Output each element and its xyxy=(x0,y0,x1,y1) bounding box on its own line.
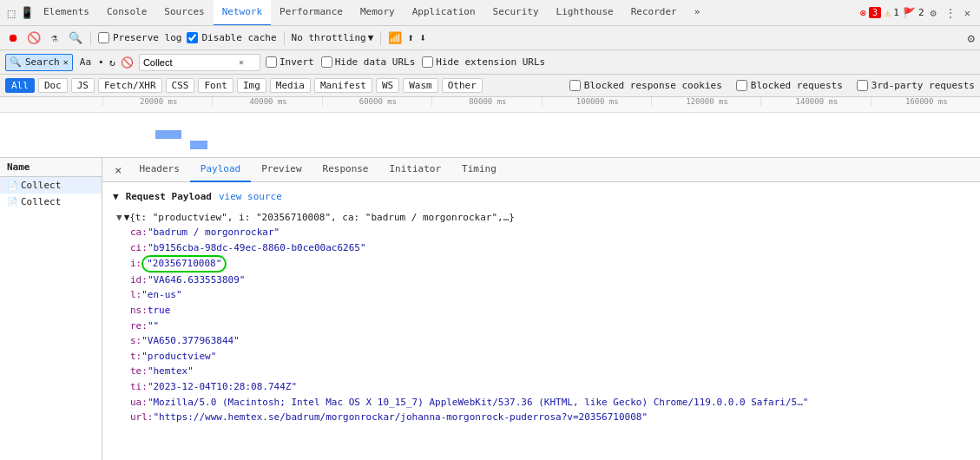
chip-css[interactable]: CSS xyxy=(166,78,195,93)
info-badge-area: 🚩 2 xyxy=(903,7,924,19)
detail-tab-initiator[interactable]: Initiator xyxy=(379,158,452,182)
filter-options: Invert Hide data URLs Hide extension URL… xyxy=(266,56,545,68)
chip-all[interactable]: All xyxy=(5,78,35,93)
request-payload-title: ▼ xyxy=(113,189,119,205)
refresh-icon[interactable]: ↻ xyxy=(109,56,115,69)
search-row: 🔍 Search ✕ Aa • ↻ 🚫 Collect ✕ Invert Hid… xyxy=(0,50,980,75)
chip-img[interactable]: Img xyxy=(237,78,266,93)
detail-tab-response[interactable]: Response xyxy=(312,158,379,182)
error-badge: 3 xyxy=(869,7,881,18)
preserve-log-checkbox[interactable]: Preserve log xyxy=(98,32,181,43)
search-input[interactable]: Collect xyxy=(143,57,239,68)
record-btn[interactable]: ⏺ xyxy=(5,30,21,46)
network-settings-icon[interactable]: ⚙ xyxy=(968,31,975,45)
detail-panel: × Headers Payload Preview Response Initi… xyxy=(102,158,980,460)
hide-ext-urls-label[interactable]: Hide extension URLs xyxy=(422,56,545,68)
payload-line-ti: ti: "2023-12-04T10:28:08.744Z" xyxy=(116,379,970,395)
payload-line-url: url: "https://www.hemtex.se/badrum/morgo… xyxy=(116,410,970,425)
name-row-0[interactable]: 📄 Collect xyxy=(0,177,102,194)
tree-summary-text: ▼{t: "productview", i: "20356710008", ca… xyxy=(124,210,515,226)
filter-btn[interactable]: ⚗ xyxy=(47,30,62,46)
search-input-wrap: Collect ✕ xyxy=(139,54,260,71)
tab-security[interactable]: Security xyxy=(484,0,548,26)
export-icon[interactable]: ⬇ xyxy=(419,31,426,44)
aa-icon[interactable]: Aa xyxy=(78,56,93,68)
payload-line-re: re: "" xyxy=(116,319,970,334)
clear-search-icon[interactable]: ✕ xyxy=(239,57,244,67)
settings-icon[interactable]: ⚙ xyxy=(928,5,939,21)
payload-line-id: id: "VA646.633553809" xyxy=(116,273,970,288)
close-devtools-icon[interactable]: ✕ xyxy=(962,5,973,21)
chip-media[interactable]: Media xyxy=(270,78,311,93)
tab-lighthouse[interactable]: Lighthouse xyxy=(548,0,622,26)
device-icon[interactable]: 📱 xyxy=(19,5,35,21)
inspect-icon[interactable]: ⬚ xyxy=(3,5,19,21)
detail-tab-timing[interactable]: Timing xyxy=(451,158,507,182)
error-badge-area: ⊗ 3 xyxy=(860,7,881,19)
preserve-log-input[interactable] xyxy=(98,32,109,43)
ruler-mark-2: 60000 ms xyxy=(322,97,431,106)
tab-recorder[interactable]: Recorder xyxy=(622,0,686,26)
search-btn[interactable]: 🔍 xyxy=(68,30,83,46)
disable-cache-checkbox[interactable]: Disable cache xyxy=(187,32,276,43)
blocked-checkbox-1[interactable] xyxy=(736,80,747,91)
blocked-opt-0[interactable]: Blocked response cookies xyxy=(569,80,722,91)
tab-more[interactable]: » xyxy=(686,0,709,26)
name-col-header: Name xyxy=(0,158,102,177)
detail-tab-payload[interactable]: Payload xyxy=(190,158,251,182)
devtools-controls: ⊗ 3 ⚠ 1 🚩 2 ⚙ ⋮ ✕ xyxy=(860,5,977,21)
blocked-opt-2[interactable]: 3rd-party requests xyxy=(857,80,975,91)
detail-tab-headers[interactable]: Headers xyxy=(128,158,189,182)
ruler-mark-5: 120000 ms xyxy=(651,97,760,106)
tab-memory[interactable]: Memory xyxy=(352,0,404,26)
stop-icon[interactable]: 🚫 xyxy=(121,56,134,69)
payload-header-label: Request Payload xyxy=(126,189,212,205)
hide-data-urls-checkbox[interactable] xyxy=(321,56,332,68)
invert-checkbox[interactable] xyxy=(266,56,277,68)
import-icon[interactable]: ⬆ xyxy=(407,31,414,44)
name-column: Name 📄 Collect 📄 Collect xyxy=(0,158,102,460)
tab-application[interactable]: Application xyxy=(404,0,484,26)
chip-manifest[interactable]: Manifest xyxy=(314,78,372,93)
more-options-icon[interactable]: ⋮ xyxy=(943,5,958,21)
dot-icon[interactable]: • xyxy=(98,56,104,68)
detail-close-btn[interactable]: × xyxy=(108,158,128,182)
payload-content: ▼ Request Payload view source ▼ ▼{t: "pr… xyxy=(102,182,980,460)
hide-data-urls-label[interactable]: Hide data URLs xyxy=(321,56,416,68)
detail-tab-preview[interactable]: Preview xyxy=(251,158,312,182)
chip-js[interactable]: JS xyxy=(71,78,95,93)
chip-other[interactable]: Other xyxy=(442,78,483,93)
tree-arrow[interactable]: ▼ xyxy=(116,210,122,226)
tab-sources[interactable]: Sources xyxy=(155,0,213,26)
payload-tree: ▼ ▼{t: "productview", i: "20356710008", … xyxy=(113,210,970,425)
chip-doc[interactable]: Doc xyxy=(38,78,68,93)
chip-wasm[interactable]: Wasm xyxy=(403,78,438,93)
tab-console[interactable]: Console xyxy=(98,0,155,26)
hide-ext-urls-checkbox[interactable] xyxy=(422,56,433,68)
invert-label[interactable]: Invert xyxy=(266,56,314,68)
chip-font[interactable]: Font xyxy=(198,78,233,93)
payload-line-t: t: "productview" xyxy=(116,349,970,365)
tab-network[interactable]: Network xyxy=(214,0,271,26)
search-close-icon[interactable]: ✕ xyxy=(63,57,69,67)
chip-fetch/xhr[interactable]: Fetch/XHR xyxy=(98,78,162,93)
blocked-checkbox-2[interactable] xyxy=(857,80,868,91)
name-row-1[interactable]: 📄 Collect xyxy=(0,194,102,210)
ruler-mark-0: 20000 ms xyxy=(102,97,212,106)
payload-line-te: te: "hemtex" xyxy=(116,364,970,379)
chip-ws[interactable]: WS xyxy=(376,78,399,93)
devtools-tabbar: ⬚ 📱 Elements Console Sources Network Per… xyxy=(0,0,980,26)
search-tab[interactable]: 🔍 Search ✕ xyxy=(5,54,73,71)
blocked-checkbox-0[interactable] xyxy=(569,80,581,91)
blocked-opt-1[interactable]: Blocked requests xyxy=(736,80,843,91)
tab-elements[interactable]: Elements xyxy=(35,0,98,26)
ruler-mark-6: 140000 ms xyxy=(760,97,870,106)
chips-row: AllDocJSFetch/XHRCSSFontImgMediaManifest… xyxy=(0,75,980,97)
disable-cache-input[interactable] xyxy=(187,32,198,43)
warning-count: 1 xyxy=(893,7,899,18)
clear-btn[interactable]: 🚫 xyxy=(26,30,42,46)
waterfall-bar2 xyxy=(190,141,207,149)
view-source-link[interactable]: view source xyxy=(219,189,282,205)
throttle-select[interactable]: No throttling ▼ xyxy=(292,32,374,43)
tab-performance[interactable]: Performance xyxy=(271,0,352,26)
